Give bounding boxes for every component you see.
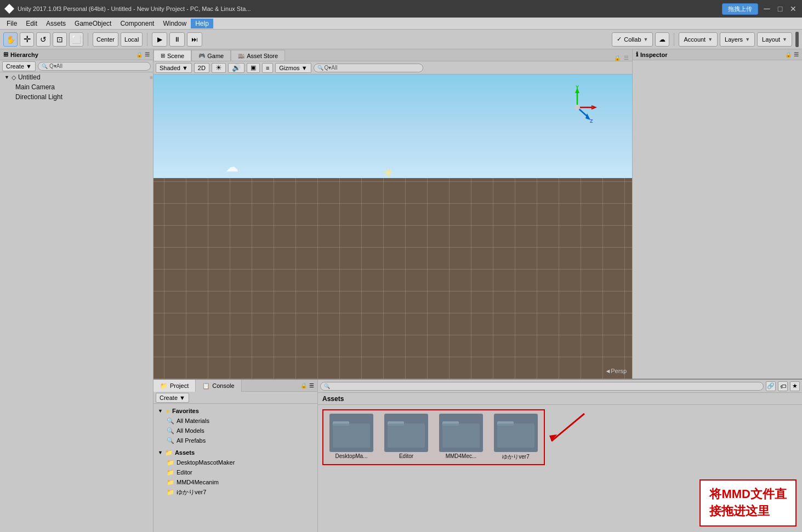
maximize-btn[interactable]: □: [776, 4, 784, 13]
center-label: Center: [96, 36, 115, 43]
upload-button[interactable]: 拖拽上传: [722, 3, 758, 15]
minimize-btn[interactable]: ─: [763, 4, 771, 13]
app-container: Unity 2017.1.0f3 Personal (64bit) - Unti…: [0, 0, 802, 532]
desktop-folder-icon-large: [329, 414, 373, 452]
hierarchy-item-untitled[interactable]: ▼ ◇ Untitled ≡: [0, 72, 153, 82]
tab-project[interactable]: 📁 Project: [153, 380, 196, 392]
play-button[interactable]: ▶: [152, 32, 167, 47]
console-tab-icon: 📋: [202, 382, 210, 390]
scene-light-icon: ✳: [383, 166, 393, 180]
cloud-button[interactable]: ☁: [655, 32, 669, 47]
assets-tag-btn[interactable]: 🏷: [778, 381, 788, 391]
assets-editor-item[interactable]: 📁 Editor: [156, 467, 315, 477]
inspector-menu-icon[interactable]: ☰: [794, 52, 799, 58]
yukari-folder-label: ゆかりver7: [502, 453, 529, 461]
tab-game[interactable]: 🎮 Game: [191, 50, 231, 61]
yukari-label: ゆかりver7: [177, 488, 206, 496]
tab-console[interactable]: 📋 Console: [196, 380, 241, 392]
favorites-all-materials[interactable]: 🔍 All Materials: [156, 416, 315, 426]
project-create-button[interactable]: Create ▼: [156, 393, 189, 403]
center-wrapper: ⊞ Scene 🎮 Game 🏬 Asset Store 🔒: [153, 49, 802, 532]
menu-window[interactable]: Window: [158, 19, 191, 28]
hierarchy-toolbar: Create ▼ 🔍 Q▾All: [0, 60, 153, 72]
favorites-all-models[interactable]: 🔍 All Models: [156, 426, 315, 436]
hierarchy-lock-icon[interactable]: 🔒: [136, 52, 143, 58]
assets-yukari-item[interactable]: 📁 ゆかりver7: [156, 487, 315, 497]
layers-button[interactable]: Layers ▼: [720, 32, 755, 47]
asset-desktop[interactable]: DesktopMa...: [327, 414, 376, 461]
tab-bar-extra-icons: 🔒 ☰: [614, 55, 632, 61]
toggle-2d-button[interactable]: 2D: [194, 63, 209, 73]
favorites-arrow-icon: ▼: [158, 408, 163, 414]
center-button[interactable]: Center: [93, 32, 118, 47]
asset-mmd4[interactable]: MMD4Mec...: [436, 414, 486, 461]
menu-edit[interactable]: Edit: [21, 19, 42, 28]
assets-tree-header[interactable]: ▼ 📁 Assets: [156, 448, 315, 457]
hierarchy-item-main-camera[interactable]: Main Camera: [0, 82, 153, 92]
hierarchy-item-directional-light[interactable]: Directional Light: [0, 92, 153, 102]
inspector-lock-icon[interactable]: 🔒: [785, 52, 792, 58]
lighting-toggle-btn[interactable]: ☀: [212, 63, 226, 73]
svg-rect-18: [442, 424, 480, 448]
asset-yukari[interactable]: ゆかりver7: [491, 414, 541, 461]
favorites-all-prefabs[interactable]: 🔍 All Prefabs: [156, 436, 315, 445]
hierarchy-menu-icon[interactable]: ☰: [145, 52, 150, 58]
inspector-info-icon: ℹ: [636, 51, 638, 58]
assets-grid-toolbar: 🔍 🔗 🏷 ★: [318, 380, 802, 393]
close-btn[interactable]: ✕: [789, 4, 798, 13]
tab-asset-store[interactable]: 🏬 Asset Store: [231, 50, 285, 61]
menu-assets[interactable]: Assets: [42, 19, 70, 28]
pause-button[interactable]: ⏸: [169, 32, 185, 47]
gizmos-button[interactable]: Gizmos ▼: [275, 63, 311, 73]
assets-desktop-item[interactable]: 📁 DesktopMascotMaker: [156, 457, 315, 467]
assets-star-btn[interactable]: ★: [790, 381, 800, 391]
step-button[interactable]: ⏭: [187, 32, 202, 47]
assets-search-input[interactable]: 🔍: [320, 382, 764, 391]
inspector-panel: ℹ Inspector 🔒 ☰: [632, 49, 802, 379]
tab-lock-icon[interactable]: 🔒: [614, 55, 621, 61]
toolbar: ✋ ✛ ↺ ⊡ ⬜ Center Local ▶ ⏸ ⏭ ✓ Collab ▼ …: [0, 30, 802, 49]
annotation-text: 将MMD文件直 接拖进这里: [709, 487, 787, 518]
menu-component[interactable]: Component: [116, 19, 158, 28]
hierarchy-search-box[interactable]: 🔍 Q▾All: [38, 62, 151, 71]
project-lock-icon[interactable]: 🔒: [300, 382, 307, 388]
menu-help[interactable]: Help: [191, 19, 213, 28]
account-button[interactable]: Account ▼: [679, 32, 718, 47]
favorites-header[interactable]: ▼ ★ Favorites: [156, 406, 315, 416]
layers-label: Layers: [725, 36, 743, 43]
collab-button[interactable]: ✓ Collab ▼: [612, 32, 653, 47]
assets-toggle-btn[interactable]: 🔗: [766, 381, 776, 391]
svg-point-6: [575, 105, 580, 110]
scene-menu-btn[interactable]: ≡: [262, 63, 273, 73]
menu-gameobject[interactable]: GameObject: [70, 19, 116, 28]
layout-button[interactable]: Layout ▼: [757, 32, 792, 47]
menu-file[interactable]: File: [2, 19, 21, 28]
asset-editor[interactable]: Editor: [382, 414, 431, 461]
fx-toggle-btn[interactable]: ▣: [247, 63, 260, 73]
hierarchy-create-button[interactable]: Create ▼: [2, 61, 36, 71]
persp-label: ◄Persp: [605, 368, 627, 374]
local-button[interactable]: Local: [121, 32, 143, 47]
rect-tool-btn[interactable]: ⬜: [69, 32, 83, 47]
2d-label: 2D: [198, 65, 206, 71]
rotate-tool-btn[interactable]: ↺: [36, 32, 50, 47]
project-toolbar: Create ▼: [153, 392, 317, 404]
tab-scene[interactable]: ⊞ Scene: [153, 50, 191, 61]
shading-mode-button[interactable]: Shaded ▼: [156, 63, 192, 73]
yukari-folder-icon: 📁: [167, 489, 174, 496]
tab-menu-icon[interactable]: ☰: [624, 55, 629, 61]
hierarchy-search-icon: 🔍: [42, 64, 48, 69]
title-bar-right: 拖拽上传 ─ □ ✕: [722, 3, 798, 15]
scale-tool-btn[interactable]: ⊡: [53, 32, 67, 47]
audio-toggle-btn[interactable]: 🔊: [228, 63, 244, 73]
scene-viewport[interactable]: ☁ ✳: [153, 75, 632, 379]
inspector-header-icons: 🔒 ☰: [785, 52, 799, 58]
hand-tool-btn[interactable]: ✋: [3, 32, 18, 47]
annotation-text-box: 将MMD文件直 接拖进这里: [699, 479, 797, 527]
scene-toolbar: Shaded ▼ 2D ☀ 🔊 ▣ ≡ Gizmos ▼: [153, 61, 632, 75]
scene-search-box[interactable]: 🔍 Q▾All: [314, 64, 423, 72]
assets-mmd4-item[interactable]: 📁 MMD4Mecanim: [156, 477, 315, 487]
move-tool-btn[interactable]: ✛: [20, 32, 34, 47]
project-menu-icon[interactable]: ☰: [309, 382, 314, 388]
svg-text:Z: Z: [590, 118, 593, 124]
